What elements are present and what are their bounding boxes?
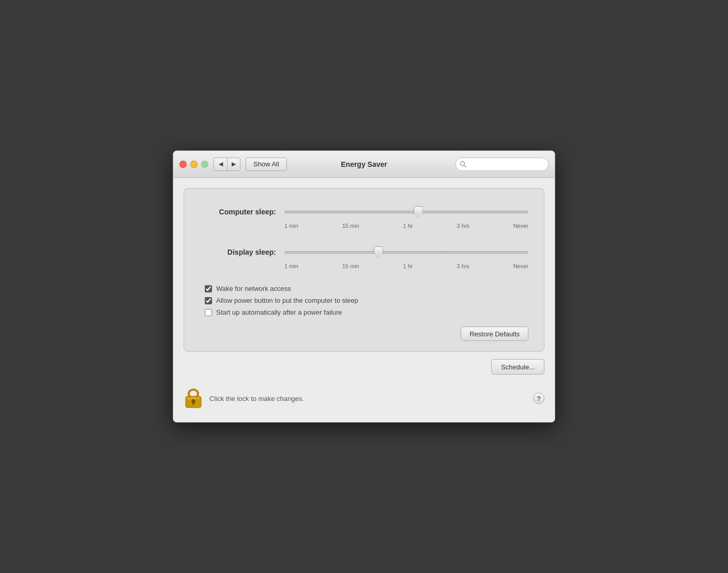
computer-sleep-slider-container (284, 204, 528, 220)
window-controls (179, 161, 208, 168)
checkbox-wake-network: Wake for network access (200, 285, 528, 292)
checkboxes-section: Wake for network access Allow power butt… (200, 285, 528, 316)
restore-row: Restore Defaults (200, 327, 528, 341)
tick-label-15min-d: 15 min (342, 263, 359, 269)
window-title: Energy Saver (341, 160, 387, 168)
tick-label-3hrs-d: 3 hrs (457, 263, 469, 269)
display-sleep-slider-container (284, 244, 528, 260)
auto-startup-label: Start up automatically after a power fai… (216, 308, 342, 316)
computer-sleep-label: Computer sleep: (200, 208, 276, 216)
back-button[interactable]: ◀ (214, 158, 227, 171)
svg-rect-5 (192, 401, 194, 405)
checkbox-auto-startup: Start up automatically after a power fai… (200, 308, 528, 316)
wake-network-checkbox[interactable] (205, 285, 212, 292)
display-sleep-ticks: 1 min 15 min 1 hr 3 hrs Never (200, 263, 528, 269)
checkbox-power-button: Allow power button to put the computer t… (200, 297, 528, 304)
nav-buttons: ◀ ▶ (214, 158, 240, 171)
main-window: ◀ ▶ Show All Energy Saver Computer sleep… (173, 150, 555, 423)
computer-sleep-section: Computer sleep: 1 min 15 min 1 hr 3 hrs … (200, 204, 528, 229)
tick-label-1hr-d: 1 hr (403, 263, 413, 269)
schedule-button[interactable]: Schedule... (491, 359, 544, 375)
lock-icon[interactable] (184, 387, 203, 410)
display-sleep-tick-labels: 1 min 15 min 1 hr 3 hrs Never (284, 263, 528, 269)
auto-startup-checkbox[interactable] (205, 309, 212, 316)
schedule-row: Schedule... (184, 359, 544, 375)
restore-defaults-button[interactable]: Restore Defaults (461, 327, 528, 341)
computer-sleep-tick-labels: 1 min 15 min 1 hr 3 hrs Never (284, 223, 528, 229)
display-sleep-row: Display sleep: (200, 244, 528, 260)
tick-label-1min: 1 min (284, 223, 298, 229)
tick-label-1hr: 1 hr (403, 223, 413, 229)
power-button-label: Allow power button to put the computer t… (216, 297, 358, 304)
settings-panel: Computer sleep: 1 min 15 min 1 hr 3 hrs … (184, 188, 544, 352)
computer-sleep-row: Computer sleep: (200, 204, 528, 220)
tick-label-never-d: Never (513, 263, 528, 269)
display-sleep-section: Display sleep: 1 min 15 min 1 hr 3 hrs N… (200, 244, 528, 269)
bottom-bar: Click the lock to make changes. ? (184, 382, 544, 412)
search-wrapper (456, 158, 549, 171)
tick-label-15min: 15 min (342, 223, 359, 229)
close-button[interactable] (179, 161, 187, 168)
search-input[interactable] (456, 158, 549, 171)
titlebar: ◀ ▶ Show All Energy Saver (173, 151, 555, 178)
tick-label-1min-d: 1 min (284, 263, 298, 269)
forward-button[interactable]: ▶ (227, 158, 240, 171)
show-all-button[interactable]: Show All (246, 158, 287, 171)
maximize-button[interactable] (201, 161, 208, 168)
display-sleep-slider[interactable] (284, 251, 528, 254)
lock-text: Click the lock to make changes. (209, 395, 304, 402)
computer-sleep-ticks: 1 min 15 min 1 hr 3 hrs Never (200, 223, 528, 229)
tick-label-never: Never (513, 223, 528, 229)
display-sleep-label: Display sleep: (200, 248, 276, 256)
svg-rect-6 (187, 397, 200, 399)
wake-network-label: Wake for network access (216, 285, 291, 292)
minimize-button[interactable] (190, 161, 198, 168)
tick-label-3hrs: 3 hrs (457, 223, 469, 229)
computer-sleep-slider[interactable] (284, 211, 528, 213)
help-button[interactable]: ? (533, 393, 544, 404)
content-area: Computer sleep: 1 min 15 min 1 hr 3 hrs … (173, 178, 555, 422)
power-button-checkbox[interactable] (205, 297, 212, 304)
